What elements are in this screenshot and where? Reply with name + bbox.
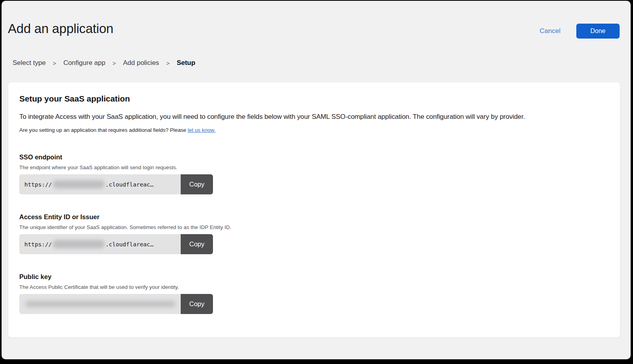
- field-label: Public key: [19, 273, 609, 281]
- breadcrumb-step-add-policies[interactable]: Add policies: [123, 59, 159, 67]
- done-button[interactable]: Done: [576, 24, 620, 39]
- value-prefix: https://: [24, 241, 52, 248]
- card-help-text: Are you setting up an application that r…: [19, 127, 609, 133]
- redacted-value-blur: [53, 180, 105, 188]
- breadcrumb-separator: >: [166, 60, 170, 67]
- breadcrumb-step-select-type[interactable]: Select type: [13, 59, 46, 67]
- field-description: The endpoint where your SaaS application…: [19, 164, 609, 170]
- redacted-value-blur: [53, 240, 105, 248]
- field-label: SSO endpoint: [19, 153, 609, 161]
- sso-endpoint-value: https:// .cloudflareac…: [19, 174, 181, 194]
- setup-card: Setup your SaaS application To integrate…: [8, 82, 620, 338]
- sso-endpoint-field-row: https:// .cloudflareac… Copy: [19, 174, 213, 194]
- breadcrumb: Select type > Configure app > Add polici…: [2, 39, 631, 67]
- card-heading: Setup your SaaS application: [19, 94, 609, 103]
- public-key-field-row: Copy: [19, 294, 213, 314]
- page-header: Add an application Cancel Done: [2, 1, 631, 39]
- cancel-button[interactable]: Cancel: [540, 27, 561, 35]
- sso-endpoint-copy-button[interactable]: Copy: [181, 174, 213, 194]
- field-section-public-key: Public key The Access Public Certificate…: [19, 273, 609, 314]
- public-key-copy-button[interactable]: Copy: [181, 294, 213, 314]
- entity-id-value: https:// .cloudflareac…: [19, 234, 181, 254]
- app-window: Add an application Cancel Done Select ty…: [2, 1, 631, 359]
- card-intro-text: To integrate Access with your SaaS appli…: [19, 113, 609, 121]
- field-section-sso-endpoint: SSO endpoint The endpoint where your Saa…: [19, 153, 609, 194]
- breadcrumb-separator: >: [113, 60, 116, 67]
- field-section-entity-id: Access Entity ID or Issuer The unique id…: [19, 213, 609, 254]
- breadcrumb-separator: >: [53, 60, 56, 67]
- entity-id-copy-button[interactable]: Copy: [181, 234, 213, 254]
- field-description: The unique identifier of your SaaS appli…: [19, 224, 609, 230]
- page-title: Add an application: [8, 21, 113, 36]
- help-text: Are you setting up an application that r…: [19, 127, 188, 133]
- value-suffix: .cloudflareac…: [106, 181, 154, 188]
- public-key-value: [19, 294, 181, 314]
- value-prefix: https://: [24, 181, 52, 188]
- breadcrumb-step-configure-app[interactable]: Configure app: [63, 59, 106, 67]
- entity-id-field-row: https:// .cloudflareac… Copy: [19, 234, 213, 254]
- field-label: Access Entity ID or Issuer: [19, 213, 609, 221]
- field-description: The Access Public Certificate that will …: [19, 284, 609, 290]
- redacted-value-blur: [25, 301, 176, 307]
- value-suffix: .cloudflareac…: [106, 241, 154, 248]
- let-us-know-link[interactable]: let us know.: [188, 127, 216, 133]
- breadcrumb-step-setup-active: Setup: [177, 59, 195, 67]
- header-actions: Cancel Done: [540, 21, 620, 39]
